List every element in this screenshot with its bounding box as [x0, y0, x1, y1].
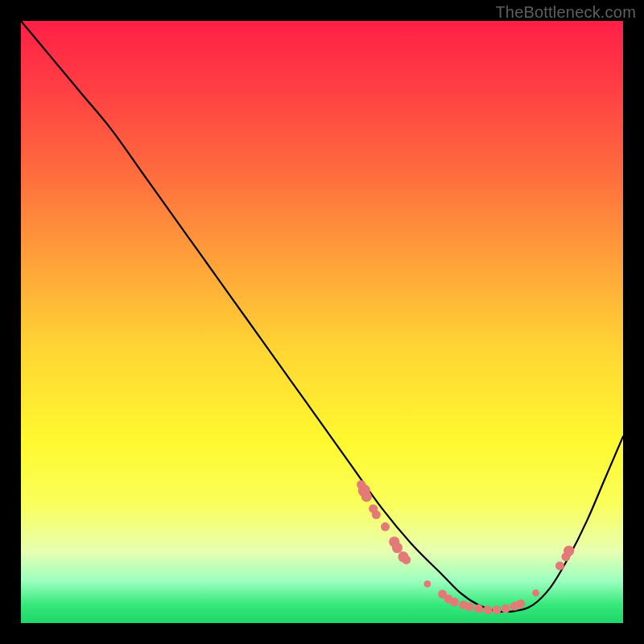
data-marker	[465, 602, 474, 611]
watermark-text: TheBottleneck.com	[495, 3, 636, 22]
chart-svg	[21, 21, 623, 623]
data-marker	[450, 597, 459, 606]
data-marker	[564, 546, 574, 556]
data-marker	[483, 605, 492, 614]
data-marker	[424, 580, 431, 588]
chart-plot-area	[21, 21, 623, 623]
marker-group	[357, 480, 574, 614]
data-marker	[474, 605, 483, 613]
data-marker	[532, 589, 539, 597]
data-marker	[502, 605, 510, 613]
data-marker	[555, 561, 564, 570]
data-marker	[372, 510, 381, 519]
data-marker	[492, 605, 501, 614]
data-marker	[381, 522, 390, 531]
data-marker	[361, 491, 372, 502]
data-marker	[392, 543, 402, 553]
bottleneck-curve	[21, 21, 623, 612]
data-marker	[516, 600, 525, 609]
data-marker	[402, 555, 411, 564]
